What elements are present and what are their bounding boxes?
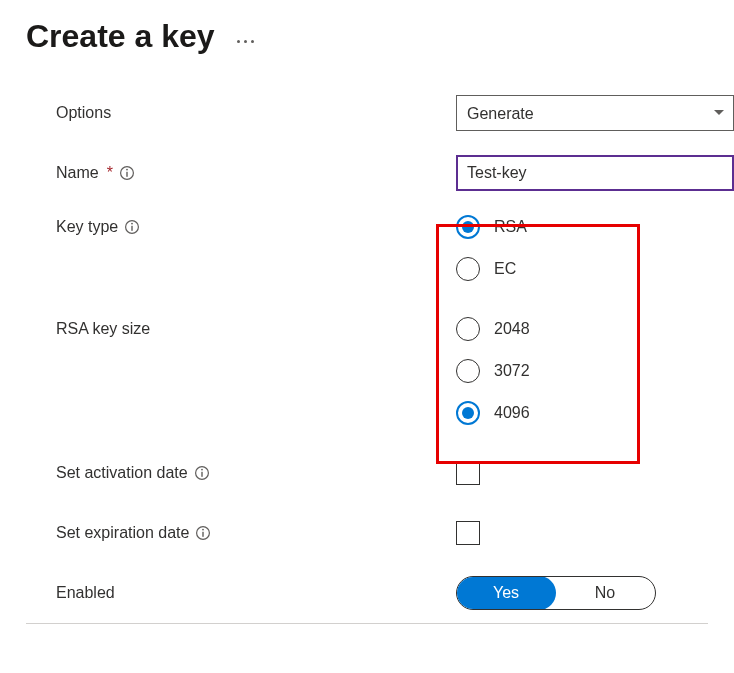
expiration-label: Set expiration date <box>26 515 426 551</box>
radio-circle-icon <box>456 359 480 383</box>
keytype-radio-rsa[interactable]: RSA <box>456 213 527 241</box>
svg-point-2 <box>126 169 128 171</box>
keytype-radio-group: RSAEC <box>456 209 527 287</box>
activation-checkbox[interactable] <box>456 461 480 485</box>
info-icon[interactable] <box>194 465 210 481</box>
svg-point-8 <box>201 469 203 471</box>
svg-rect-7 <box>201 472 202 477</box>
svg-rect-1 <box>126 172 127 177</box>
options-label: Options <box>26 95 426 131</box>
keytype-radio-ec[interactable]: EC <box>456 255 527 283</box>
keysize-radio-4096[interactable]: 4096 <box>456 399 530 427</box>
svg-point-11 <box>203 529 205 531</box>
radio-label: RSA <box>494 218 527 236</box>
keysize-label: RSA key size <box>26 311 426 347</box>
required-asterisk: * <box>107 164 113 182</box>
keysize-radio-2048[interactable]: 2048 <box>456 315 530 343</box>
enabled-toggle-yes[interactable]: Yes <box>456 576 556 610</box>
radio-label: 3072 <box>494 362 530 380</box>
info-icon[interactable] <box>119 165 135 181</box>
name-input[interactable] <box>456 155 734 191</box>
radio-circle-icon <box>456 215 480 239</box>
activation-label: Set activation date <box>26 455 426 491</box>
keytype-label: Key type <box>26 209 426 245</box>
info-icon[interactable] <box>195 525 211 541</box>
radio-label: 2048 <box>494 320 530 338</box>
svg-rect-4 <box>132 226 133 231</box>
name-label: Name * <box>26 155 426 191</box>
enabled-toggle[interactable]: Yes No <box>456 576 656 610</box>
radio-circle-icon <box>456 317 480 341</box>
enabled-toggle-no[interactable]: No <box>555 577 655 609</box>
keysize-radio-group: 204830724096 <box>456 311 530 431</box>
radio-label: 4096 <box>494 404 530 422</box>
keysize-radio-3072[interactable]: 3072 <box>456 357 530 385</box>
svg-rect-10 <box>203 532 204 537</box>
radio-label: EC <box>494 260 516 278</box>
info-icon[interactable] <box>124 219 140 235</box>
radio-circle-icon <box>456 257 480 281</box>
enabled-label: Enabled <box>26 575 426 611</box>
radio-circle-icon <box>456 401 480 425</box>
options-select[interactable]: Generate <box>456 95 734 131</box>
svg-point-5 <box>131 223 133 225</box>
expiration-checkbox[interactable] <box>456 521 480 545</box>
page-title: Create a key <box>26 18 215 55</box>
more-icon[interactable] <box>237 30 254 43</box>
